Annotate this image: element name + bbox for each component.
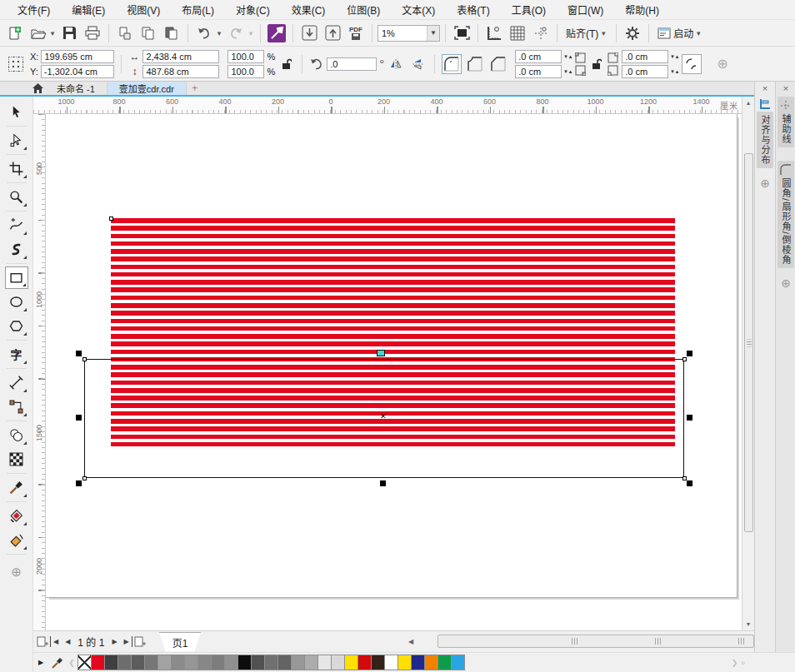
palette-swatch-26[interactable] <box>424 655 438 670</box>
palette-swatch-11[interactable] <box>224 655 238 670</box>
object-height-field[interactable]: 487.68 cm <box>142 65 219 78</box>
rotation-angle-field[interactable]: .0 <box>327 57 377 71</box>
ellipse-tool[interactable] <box>5 291 28 313</box>
palette-swatch-12[interactable] <box>238 655 252 670</box>
mirror-vertical-button[interactable] <box>409 53 428 75</box>
undo-button[interactable] <box>193 22 215 44</box>
drop-shadow-tool[interactable] <box>5 424 28 446</box>
palette-swatch-16[interactable] <box>291 655 305 670</box>
print-button[interactable] <box>82 22 103 44</box>
zoom-tool[interactable] <box>5 186 28 208</box>
palette-swatch-24[interactable] <box>398 655 412 670</box>
publish-pdf-button[interactable]: PDF <box>345 22 367 44</box>
docker-tab-align-distribute[interactable]: 对齐与分布 <box>757 112 773 168</box>
menu-item-3[interactable]: 布局(L) <box>171 0 225 19</box>
palette-swatch-23[interactable] <box>384 655 398 670</box>
import-button[interactable] <box>298 22 320 44</box>
selection-handle-bottom-center[interactable] <box>380 480 386 486</box>
new-document-tab-button[interactable]: + <box>187 82 203 95</box>
selection-center-mark[interactable]: ✕ <box>380 413 387 421</box>
palette-swatch-0[interactable] <box>78 655 92 670</box>
palette-swatch-6[interactable] <box>158 655 172 670</box>
menu-item-0[interactable]: 文件(F) <box>7 0 61 19</box>
corner-radius-top-spinner[interactable]: ▾ ▴ <box>564 53 572 60</box>
palette-swatch-7[interactable] <box>171 655 185 670</box>
chamfer-bottom-field[interactable]: .0 cm <box>622 65 668 78</box>
selection-handle-middle-right[interactable] <box>687 415 692 421</box>
menu-item-1[interactable]: 编辑(E) <box>61 0 116 19</box>
selection-corner-node[interactable] <box>682 357 687 361</box>
palette-swatch-21[interactable] <box>358 655 372 670</box>
palette-swatch-22[interactable] <box>371 655 385 670</box>
docker-add-button[interactable]: ⊕ <box>776 276 795 290</box>
undo-dropdown[interactable]: ▾ <box>215 29 223 37</box>
palette-swatch-5[interactable] <box>144 655 158 670</box>
propbar-add-icon[interactable]: ⊕ <box>717 56 728 72</box>
scroll-up-button[interactable]: ▲ <box>742 97 754 109</box>
palette-flyout-button[interactable]: ▶ <box>38 659 43 666</box>
paste-button[interactable] <box>161 22 182 44</box>
rectangle-tool[interactable] <box>5 266 28 289</box>
chamfer-top-spinner[interactable]: ▾ ▴ <box>671 53 678 60</box>
selection-handle-middle-left[interactable] <box>76 415 82 421</box>
options-button[interactable] <box>622 22 643 44</box>
docker-close-button[interactable]: × <box>755 82 775 95</box>
vertical-scroll-thumb[interactable] <box>744 153 753 532</box>
object-width-field[interactable]: 2,438.4 cm <box>142 50 219 63</box>
scroll-down-button[interactable]: ▼ <box>742 618 754 630</box>
copy-button[interactable] <box>138 22 159 44</box>
chamfer-top-field[interactable]: .0 cm <box>622 50 668 63</box>
drawing-canvas[interactable]: ✕ <box>46 114 742 630</box>
palette-swatch-25[interactable] <box>411 655 425 670</box>
chamfer-bottom-spinner[interactable]: ▾ ▴ <box>671 68 678 75</box>
horizontal-ruler[interactable]: 厘米 1000800600400200020040060080010001200… <box>33 97 742 114</box>
relative-corner-icon[interactable] <box>575 52 586 63</box>
docker-add-button[interactable]: ⊕ <box>755 177 775 190</box>
palette-swatch-9[interactable] <box>198 655 212 670</box>
launch-dropdown[interactable]: ▾ <box>694 29 702 37</box>
save-button[interactable] <box>58 22 80 44</box>
previous-page-button[interactable]: ◀ <box>62 636 72 647</box>
open-dropdown[interactable]: ▾ <box>48 29 57 37</box>
interactive-fill-tool[interactable] <box>5 505 28 527</box>
snap-to-dropdown[interactable]: ▾ <box>599 29 608 37</box>
palette-swatch-19[interactable] <box>331 655 345 670</box>
redo-button[interactable] <box>225 22 247 44</box>
palette-swatch-18[interactable] <box>318 655 332 670</box>
crop-tool[interactable] <box>5 157 28 180</box>
full-screen-preview-button[interactable] <box>451 22 472 44</box>
menu-item-9[interactable]: 工具(O) <box>501 0 557 19</box>
corner-radius-top-field[interactable]: .0 cm <box>515 50 562 63</box>
menu-item-11[interactable]: 帮助(H) <box>614 0 670 19</box>
next-page-button[interactable]: ▶ <box>109 636 119 647</box>
selection-corner-node[interactable] <box>82 476 87 480</box>
scroll-left-button[interactable]: ◀ <box>406 638 416 645</box>
scale-h-field[interactable]: 100.0 <box>228 50 264 63</box>
shape-tool[interactable] <box>5 129 28 152</box>
palette-expand[interactable]: » <box>741 659 745 667</box>
palette-swatch-3[interactable] <box>118 655 132 670</box>
last-page-button[interactable]: ▶ <box>122 636 132 647</box>
palette-swatch-17[interactable] <box>304 655 318 670</box>
zoom-level-combo[interactable]: 1% ▼ <box>378 25 440 42</box>
smart-fill-tool[interactable] <box>5 529 28 551</box>
document-tab-active[interactable]: 壹加壹cdr.cdr <box>108 82 187 95</box>
horizontal-scroll-thumb[interactable] <box>438 635 754 648</box>
color-eyedropper-tool[interactable] <box>5 476 28 499</box>
scalloped-corner-button[interactable] <box>465 54 485 74</box>
connector-tool[interactable] <box>5 396 28 418</box>
palette-swatch-8[interactable] <box>184 655 198 670</box>
y-position-field[interactable]: -1,302.04 cm <box>41 65 114 78</box>
new-document-button[interactable] <box>3 22 25 44</box>
horizontal-scrollbar[interactable]: ◀ <box>406 633 754 650</box>
document-tab-untitled[interactable]: 未命名 -1 <box>45 82 108 95</box>
palette-swatch-28[interactable] <box>451 655 465 670</box>
zoom-level-value[interactable]: 1% <box>378 27 427 40</box>
selection-corner-node[interactable] <box>82 357 87 361</box>
scale-v-field[interactable]: 100.0 <box>228 65 264 78</box>
lock-ratio-button[interactable] <box>278 53 295 75</box>
palette-swatch-2[interactable] <box>104 655 118 670</box>
selection-handle-top-center[interactable] <box>377 350 385 356</box>
selection-handle-top-right[interactable] <box>687 351 692 356</box>
menu-item-6[interactable]: 位图(B) <box>336 0 391 19</box>
